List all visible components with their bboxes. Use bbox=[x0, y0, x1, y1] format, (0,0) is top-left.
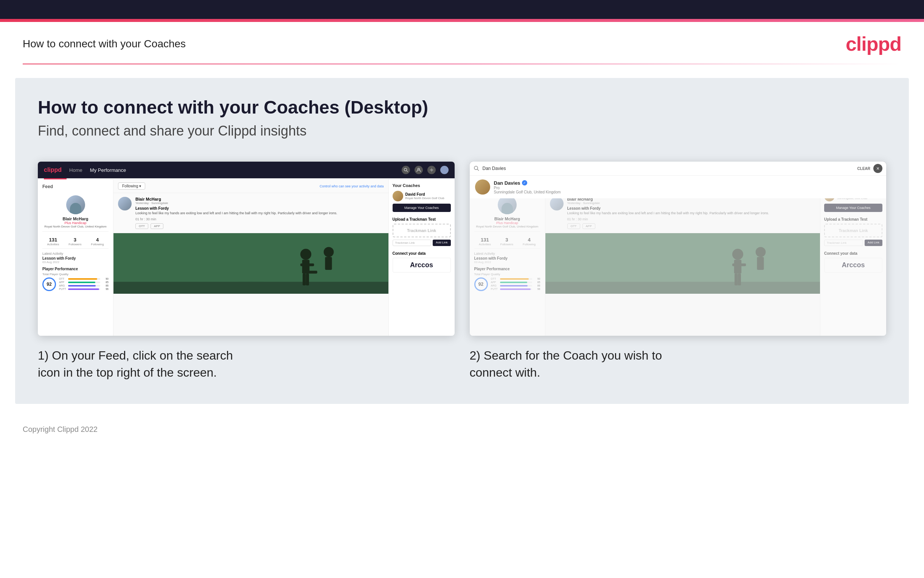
svg-rect-9 bbox=[300, 263, 314, 266]
quality-row: 92 OTT 90 APP bbox=[42, 278, 108, 291]
mock-logo-1: clippd bbox=[44, 167, 61, 174]
settings-icon[interactable] bbox=[427, 166, 436, 174]
coach-avatar-1 bbox=[393, 191, 403, 201]
svg-rect-29 bbox=[757, 257, 764, 270]
svg-rect-22 bbox=[545, 282, 820, 294]
svg-rect-26 bbox=[735, 273, 738, 285]
post-title: Lesson with Fordy bbox=[135, 206, 337, 211]
mock-screen-1: clippd Home My Performance bbox=[38, 162, 455, 336]
svg-point-3 bbox=[431, 169, 432, 171]
perf-title: Player Performance bbox=[42, 267, 108, 271]
step-1-text: 1) On your Feed, click on the searchicon… bbox=[38, 347, 455, 381]
following-row: Following ▾ Control who can see your act… bbox=[113, 179, 388, 193]
mock-right-panel-1: Your Coaches David Ford Royal North Devo… bbox=[388, 179, 455, 336]
post-name: Blair McHarg bbox=[135, 197, 337, 201]
profile-club-1: Royal North Devon Golf Club, United King… bbox=[42, 225, 108, 228]
coach-club-1: Royal North Devon Golf Club bbox=[405, 196, 444, 200]
post-duration: 01 hr : 30 min bbox=[135, 217, 337, 221]
mock-body-1: Feed Blair McHarg Plus Handicap Royal No… bbox=[38, 179, 455, 336]
coach-name-1: David Ford bbox=[405, 192, 444, 196]
mock-left-panel-2: Feed Blair McHarg Plus Handicap Royal No… bbox=[470, 179, 545, 336]
search-icon[interactable] bbox=[402, 166, 410, 174]
step-2-text: 2) Search for the Coach you wish toconne… bbox=[470, 347, 887, 381]
screenshots-row: clippd Home My Performance bbox=[38, 162, 886, 381]
feed-label-1: Feed bbox=[42, 184, 108, 189]
score-circle: 92 bbox=[42, 278, 56, 291]
coach-item-1: David Ford Royal North Devon Golf Club bbox=[393, 191, 451, 201]
latest-date: 03 Aug 2022 bbox=[42, 260, 108, 264]
stats-row-1: 131 Activities 3 Followers 4 Following bbox=[42, 235, 108, 249]
bar-app: APP 85 bbox=[59, 281, 108, 284]
control-link[interactable]: Control who can see your activity and da… bbox=[320, 184, 384, 188]
coach-info-1: David Ford Royal North Devon Golf Club bbox=[405, 192, 444, 200]
mock-screen-2: clippd Home My Performance bbox=[470, 162, 887, 336]
screenshot-block-2: clippd Home My Performance bbox=[470, 162, 887, 381]
svg-point-0 bbox=[404, 169, 406, 171]
svg-point-28 bbox=[755, 247, 765, 257]
content-title: How to connect with your Coaches (Deskto… bbox=[38, 97, 886, 118]
svg-rect-6 bbox=[113, 282, 388, 294]
followers-stat: 3 Followers bbox=[68, 237, 81, 246]
profile-handicap-1: Plus Handicap bbox=[42, 221, 108, 225]
trackman-input-1[interactable]: Trackman Link bbox=[393, 240, 432, 246]
search-icon-overlay bbox=[474, 166, 480, 172]
main-content: How to connect with your Coaches (Deskto… bbox=[15, 78, 909, 404]
search-bar-row: Dan Davies CLEAR × bbox=[470, 162, 887, 175]
profile-name-1: Blair McHarg bbox=[42, 216, 108, 221]
manage-coaches-btn[interactable]: Manage Your Coaches bbox=[393, 204, 451, 212]
following-btn[interactable]: Following ▾ bbox=[118, 182, 145, 190]
post-tags: OTT APP bbox=[135, 223, 337, 229]
user-icon[interactable] bbox=[414, 166, 423, 174]
search-result-name: Dan Davies bbox=[494, 180, 520, 186]
search-input-mock[interactable]: Dan Davies bbox=[482, 166, 854, 171]
screenshot-frame-2: clippd Home My Performance bbox=[470, 162, 887, 336]
svg-point-12 bbox=[324, 247, 334, 257]
search-clear-btn[interactable]: CLEAR bbox=[858, 167, 870, 171]
search-result-club: Sunningdale Golf Club, United Kingdom bbox=[494, 190, 561, 194]
svg-point-18 bbox=[474, 166, 478, 170]
mock-left-panel-1: Feed Blair McHarg Plus Handicap Royal No… bbox=[38, 179, 113, 336]
search-result-item[interactable]: Dan Davies ✓ Pro Sunningdale Golf Club, … bbox=[470, 175, 887, 198]
svg-line-19 bbox=[477, 169, 479, 171]
verified-badge: ✓ bbox=[522, 180, 527, 185]
search-result-name-row: Dan Davies ✓ bbox=[494, 180, 561, 186]
quality-label: Total Player Quality bbox=[42, 273, 108, 276]
search-close-btn[interactable]: × bbox=[873, 164, 882, 173]
svg-rect-27 bbox=[738, 273, 741, 285]
post-avatar bbox=[118, 197, 132, 211]
bar-ott: OTT 90 bbox=[59, 278, 108, 280]
post-image bbox=[113, 233, 388, 294]
accent-bar bbox=[0, 19, 924, 22]
mock-center-panel-2: Following ▾ Control who can see your act… bbox=[545, 179, 820, 336]
page-title: How to connect with your Coaches bbox=[23, 38, 186, 50]
search-result-info: Dan Davies ✓ Pro Sunningdale Golf Club, … bbox=[494, 180, 561, 194]
svg-rect-24 bbox=[734, 260, 741, 273]
mock-right-panel-2: Your Coaches Dan Davies Sunningdale Golf… bbox=[820, 179, 886, 336]
mock-nav-icons bbox=[402, 166, 448, 174]
svg-point-23 bbox=[732, 249, 743, 260]
header: How to connect with your Coaches clippd bbox=[0, 22, 924, 55]
mock-nav-1: clippd Home My Performance bbox=[38, 162, 455, 178]
trackman-box-1: Trackman Link bbox=[393, 224, 451, 237]
post-item: Blair McHarg Yesterday · Sunningdale Les… bbox=[113, 193, 388, 233]
svg-rect-13 bbox=[325, 257, 332, 270]
avatar-figure-1 bbox=[70, 203, 81, 214]
copyright: Copyright Clippd 2022 bbox=[23, 425, 97, 434]
profile-section-1: Blair McHarg Plus Handicap Royal North D… bbox=[42, 192, 108, 232]
logo: clippd bbox=[846, 32, 901, 55]
latest-label: Latest Activity bbox=[42, 252, 108, 255]
search-overlay: Dan Davies CLEAR × Dan Davies ✓ bbox=[470, 162, 887, 198]
screenshot-frame-1: clippd Home My Performance bbox=[38, 162, 455, 336]
connect-title-1: Connect your data bbox=[393, 251, 451, 255]
add-link-btn-1[interactable]: Add Link bbox=[433, 240, 450, 246]
svg-line-1 bbox=[406, 171, 408, 172]
svg-rect-14 bbox=[303, 271, 317, 273]
svg-rect-11 bbox=[306, 273, 309, 285]
svg-rect-25 bbox=[732, 263, 746, 266]
mock-center-panel-1: Following ▾ Control who can see your act… bbox=[113, 179, 388, 336]
post-content: Blair McHarg Yesterday · Sunningdale Les… bbox=[135, 197, 337, 229]
svg-rect-10 bbox=[303, 273, 306, 285]
avatar-icon[interactable] bbox=[440, 166, 448, 174]
activities-stat: 131 Activities bbox=[47, 237, 59, 246]
bar-putt: PUTT 96 bbox=[59, 288, 108, 290]
